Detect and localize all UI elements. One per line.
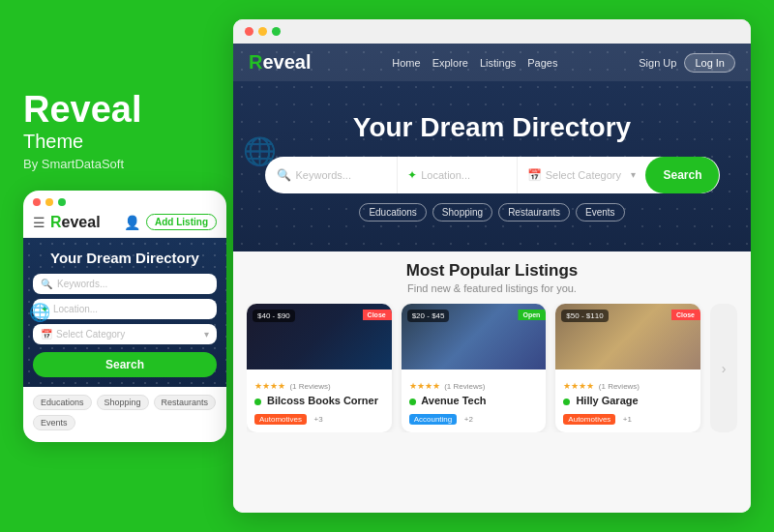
keywords-search-icon: 🔍 (277, 168, 291, 182)
signup-link[interactable]: Sign Up (639, 57, 676, 69)
globe-icon: 🌐 (29, 302, 50, 323)
card-3-footer: Automotives +1 (563, 408, 693, 426)
desktop-tag-restaurants[interactable]: Restaurants (498, 203, 570, 222)
desktop-tag-events[interactable]: Events (576, 203, 625, 222)
keywords-placeholder: Keywords... (296, 169, 351, 181)
mobile-location-field[interactable]: ✦ Location... (33, 299, 217, 319)
listings-subtitle: Find new & featured listings for you. (247, 282, 737, 294)
card-3-reviews: (1 Reviews) (599, 382, 640, 391)
listings-title: Most Popular Listings (247, 261, 737, 281)
card-2-status: Open (518, 310, 546, 320)
mobile-window-dots (23, 191, 226, 210)
card-3-title-text: Hilly Garage (576, 395, 638, 406)
desktop-keywords-field[interactable]: 🔍 Keywords... (265, 157, 399, 193)
card-2-title-text: Avenue Tech (421, 395, 486, 406)
desktop-location-field[interactable]: ✦ Location... (398, 157, 517, 193)
hamburger-icon[interactable]: ☰ (33, 215, 45, 230)
desktop-dot-green (272, 27, 281, 36)
mobile-topbar-right: 👤 Add Listing (124, 214, 217, 230)
card-1-extra: +3 (313, 415, 322, 424)
desktop-hero: 🌐 Reveal Home Explore Listings Pages Sig… (233, 44, 751, 251)
desktop-category-field[interactable]: 📅 Select Category ▾ (518, 157, 646, 193)
login-button[interactable]: Log In (684, 53, 735, 73)
desktop-hero-title: Your Dream Directory (353, 112, 631, 143)
mobile-logo: Reveal (50, 214, 101, 231)
mobile-tag-educations[interactable]: Educations (33, 395, 92, 410)
desktop-search-button[interactable]: Search (645, 157, 719, 193)
mobile-keywords-placeholder: Keywords... (57, 279, 107, 289)
mobile-category-placeholder: Select Category (56, 329, 125, 340)
brand-title: Reveal (23, 90, 231, 131)
desktop-window-dots (233, 19, 751, 44)
desktop-tag-educations[interactable]: Educations (359, 203, 426, 222)
card-2-reviews: (1 Reviews) (444, 382, 485, 391)
desktop-logo: Reveal (249, 51, 312, 74)
brand-subtitle: Theme (23, 131, 231, 153)
desktop-tag-shopping[interactable]: Shopping (432, 203, 492, 222)
card-3-status-dot (563, 399, 570, 405)
card-1-footer: Automotives +3 (254, 408, 384, 426)
card-3-price: $50 - $110 (561, 310, 608, 322)
add-listing-button[interactable]: Add Listing (146, 214, 217, 230)
chevron-down-icon: ▾ (204, 329, 209, 340)
card-3-star-icons: ★★★★ (563, 381, 594, 391)
card-3: $50 - $110 Close ★★★★ (1 Reviews) Hilly … (555, 304, 700, 432)
desktop-nav-actions: Sign Up Log In (639, 53, 735, 73)
mobile-dot-red (33, 198, 41, 206)
card-2-status-dot (409, 399, 416, 405)
card-3-category: Automotives (563, 414, 615, 425)
desktop-nav-links: Home Explore Listings Pages (392, 57, 557, 69)
nav-listings[interactable]: Listings (480, 57, 516, 69)
card-1-body: ★★★★ (1 Reviews) Bilcoss Books Corner Au… (247, 369, 392, 432)
nav-home[interactable]: Home (392, 57, 420, 69)
card-overflow-hint: › (710, 304, 737, 432)
card-3-image: $50 - $110 Close (555, 304, 700, 369)
location-icon: ✦ (407, 168, 417, 182)
card-3-extra: +1 (623, 415, 632, 424)
desktop-hero-content: Your Dream Directory 🔍 Keywords... ✦ Loc… (233, 81, 751, 251)
mobile-tag-restaurants[interactable]: Restaurants (154, 395, 217, 410)
mobile-topbar: ☰ Reveal 👤 Add Listing (23, 210, 226, 238)
mobile-logo-area: ☰ Reveal (33, 214, 101, 231)
mobile-search-icon: 🔍 (41, 279, 52, 289)
card-3-status: Close (671, 310, 700, 320)
left-panel: Reveal Theme By SmartDataSoft ☰ Reveal 👤… (23, 90, 231, 442)
card-1-title-text: Bilcoss Books Corner (267, 395, 378, 406)
desktop-logo-r: R (249, 51, 262, 73)
mobile-category-field[interactable]: 📅 Select Category ▾ (33, 324, 217, 344)
card-2-footer: Accounting +2 (409, 408, 539, 426)
desktop-nav: Reveal Home Explore Listings Pages Sign … (233, 44, 751, 81)
mobile-keywords-field[interactable]: 🔍 Keywords... (33, 274, 217, 294)
location-placeholder: Location... (421, 169, 470, 181)
card-1-reviews: (1 Reviews) (289, 382, 330, 391)
card-2-body: ★★★★ (1 Reviews) Avenue Tech Accounting … (402, 369, 547, 432)
card-1-status-dot (254, 399, 261, 405)
card-3-title: Hilly Garage (563, 395, 693, 406)
mobile-mockup: ☰ Reveal 👤 Add Listing 🌐 Your Dream Dire… (23, 191, 226, 442)
card-1-status: Close (363, 310, 392, 320)
card-3-body: ★★★★ (1 Reviews) Hilly Garage Automotive… (555, 369, 700, 432)
card-2-price: $20 - $45 (407, 310, 450, 322)
user-icon[interactable]: 👤 (124, 215, 140, 230)
desktop-listings: Most Popular Listings Find new & feature… (233, 251, 751, 513)
desktop-mockup: 🌐 Reveal Home Explore Listings Pages Sig… (233, 19, 751, 513)
card-2-title: Avenue Tech (409, 395, 539, 406)
card-2-star-icons: ★★★★ (409, 381, 440, 391)
card-1-price: $40 - $90 (253, 310, 295, 322)
mobile-dot-green (58, 198, 66, 206)
nav-pages[interactable]: Pages (527, 57, 557, 69)
mobile-search-button[interactable]: Search (33, 352, 217, 377)
desktop-cards: $40 - $90 Close ★★★★ (1 Reviews) Bilcoss… (247, 304, 737, 432)
mobile-tag-events[interactable]: Events (33, 415, 75, 430)
mobile-tag-shopping[interactable]: Shopping (97, 395, 149, 410)
mobile-tags: Educations Shopping Restaurants Events (23, 387, 226, 430)
card-1-category: Automotives (254, 414, 307, 425)
mobile-logo-r: R (50, 214, 62, 230)
card-2: $20 - $45 Open ★★★★ (1 Reviews) Avenue T… (402, 304, 547, 432)
nav-explore[interactable]: Explore (432, 57, 468, 69)
desktop-search-row: 🔍 Keywords... ✦ Location... 📅 Select Cat… (265, 157, 720, 193)
category-calendar-icon: 📅 (527, 168, 542, 182)
category-chevron-icon: ▾ (631, 169, 636, 180)
desktop-tags: Educations Shopping Restaurants Events (359, 203, 624, 222)
card-3-stars: ★★★★ (1 Reviews) (563, 375, 693, 393)
